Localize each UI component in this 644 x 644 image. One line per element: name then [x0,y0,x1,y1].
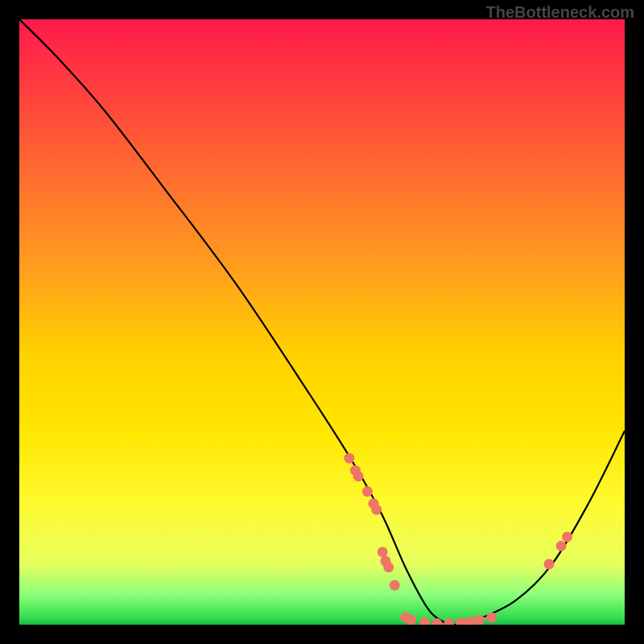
data-marker [344,453,354,464]
data-marker [456,617,466,625]
data-marker [431,618,442,625]
data-marker [378,547,388,557]
curve-markers [344,453,572,625]
watermark-text: TheBottleneck.com [486,3,634,22]
chart-svg [19,19,625,625]
chart-container: TheBottleneck.com [0,0,644,644]
data-marker [556,541,567,551]
data-marker [444,618,454,625]
data-marker [544,559,555,569]
data-marker [390,580,400,591]
data-marker [406,614,416,625]
data-marker [419,617,430,625]
data-marker [465,617,476,625]
data-marker [562,531,572,542]
curve-line [19,19,625,625]
data-marker [353,471,364,481]
plot-area [19,19,625,625]
data-marker [486,612,497,622]
data-marker [383,562,394,572]
data-marker [371,505,382,515]
data-marker [474,614,485,625]
data-marker [362,486,373,497]
